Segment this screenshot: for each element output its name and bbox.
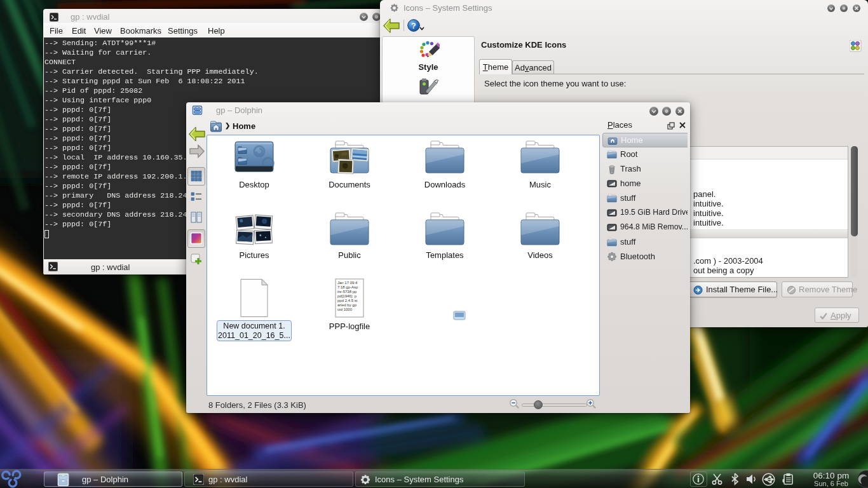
svg-text:uid 1000: uid 1000 — [337, 308, 353, 311]
svg-text:ppd 2.4.5 st: ppd 2.4.5 st — [337, 299, 358, 302]
svg-text:ire-5738 pp: ire-5738 pp — [337, 290, 357, 294]
svg-text:arted by gp: arted by gp — [337, 303, 357, 307]
svg-text:Jan 17 09:4: Jan 17 09:4 — [337, 281, 358, 285]
svg-text:pd[1946]: p: pd[1946]: p — [337, 294, 357, 298]
svg-text:?: ? — [411, 21, 416, 30]
svg-text:7:18 gp-Asp: 7:18 gp-Asp — [337, 285, 358, 289]
